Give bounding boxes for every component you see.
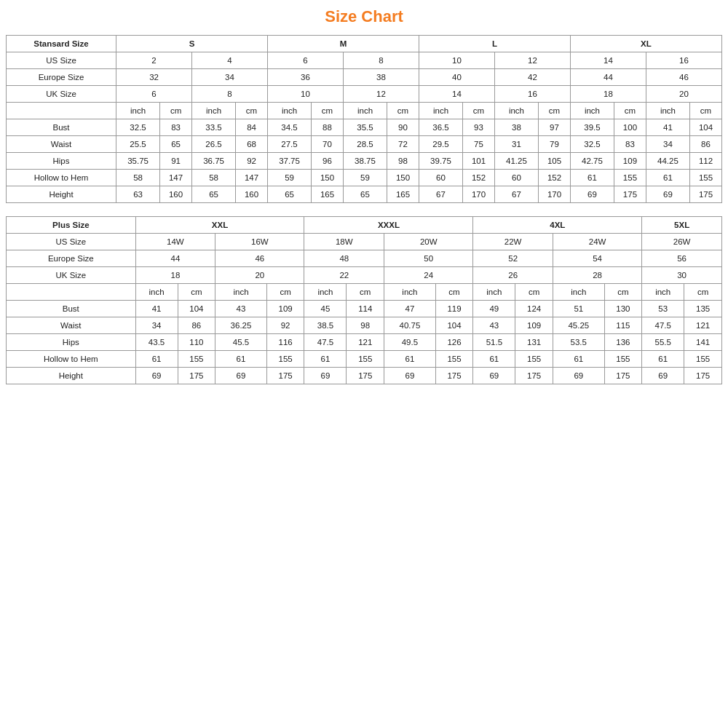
p-uk-6: 30 [642,267,722,284]
p-us-2: 18W [304,234,384,250]
p-unit-13: cm [684,284,722,301]
waist-1: 65 [160,136,192,153]
eu-xl1: 44 [570,69,646,86]
p-uk-5: 28 [553,267,641,284]
h2h-14: 61 [646,170,689,186]
hips-0: 35.75 [116,153,160,170]
hips-label: Hips [7,153,116,170]
h2h-13: 155 [614,170,646,186]
p-ht-6: 69 [384,368,436,384]
p-bust-2: 43 [215,301,267,317]
p-ht-0: 69 [135,368,178,384]
ht-12: 69 [570,186,614,203]
p-bust-1: 104 [178,301,215,317]
plus-waist-label: Waist [7,317,136,334]
p-unit-2: inch [215,284,267,301]
p-waist-13: 121 [684,317,722,334]
p-ht-3: 175 [266,368,304,384]
p-bust-0: 41 [135,301,178,317]
t1-unit-10: inch [494,103,538,119]
ht-7: 165 [387,186,419,203]
p-bust-3: 109 [266,301,304,317]
p-eu-3: 50 [384,250,473,267]
m-header: M [268,36,419,52]
eu-s2: 34 [192,69,268,86]
bust-6: 35.5 [343,119,387,136]
bust-13: 100 [614,119,646,136]
p-unit-4: inch [304,284,347,301]
waist-15: 86 [689,136,721,153]
p-unit-6: inch [384,284,436,301]
p-ht-8: 69 [473,368,515,384]
t1-unit-11: cm [539,103,571,119]
5xl-header: 5XL [642,217,722,234]
us-s1: 2 [116,52,192,69]
ht-2: 65 [192,186,236,203]
p-bust-10: 51 [553,301,604,317]
waist-10: 31 [494,136,538,153]
p-waist-9: 109 [515,317,553,334]
t1-unit-0: inch [116,103,160,119]
p-waist-8: 43 [473,317,515,334]
t1-unit-14: inch [646,103,689,119]
eu-s1: 32 [116,69,192,86]
p-hips-7: 126 [435,334,473,351]
bust-3: 84 [236,119,268,136]
h2h-1: 147 [160,170,192,186]
hips-12: 42.75 [570,153,614,170]
bust-7: 90 [387,119,419,136]
plus-bust-label: Bust [7,301,136,317]
hips-13: 109 [614,153,646,170]
p-h2h-2: 61 [215,351,267,368]
p-hips-11: 136 [604,334,642,351]
p-ht-2: 69 [215,368,267,384]
l-header: L [419,36,570,52]
ht-1: 160 [160,186,192,203]
eu-m2: 38 [343,69,419,86]
hips-2: 36.75 [192,153,236,170]
h2h-9: 152 [463,170,495,186]
waist-4: 27.5 [268,136,312,153]
hips-15: 112 [689,153,721,170]
bust-10: 38 [494,119,538,136]
ht-10: 67 [494,186,538,203]
uk-xl2: 20 [646,86,721,103]
t1-unit-1: cm [160,103,192,119]
us-xl2: 16 [646,52,721,69]
p-us-3: 20W [384,234,473,250]
eu-m1: 36 [268,69,344,86]
us-size-label: US Size [7,52,116,69]
t1-unit-9: cm [463,103,495,119]
p-h2h-3: 155 [266,351,304,368]
h2h-8: 60 [419,170,462,186]
p-bust-4: 45 [304,301,347,317]
p-waist-10: 45.25 [553,317,604,334]
ht-5: 165 [312,186,344,203]
plus-size-label: Plus Size [7,217,136,234]
bust-8: 36.5 [419,119,462,136]
t1-unit-13: cm [614,103,646,119]
uk-m1: 10 [268,86,344,103]
us-l1: 10 [419,52,494,69]
p-h2h-11: 155 [604,351,642,368]
p-h2h-13: 155 [684,351,722,368]
h2h-0: 58 [116,170,160,186]
waist-label: Waist [7,136,116,153]
p-eu-0: 44 [135,250,215,267]
ht-8: 67 [419,186,462,203]
plus-hips-label: Hips [7,334,136,351]
p-unit-9: cm [515,284,553,301]
p-us-5: 24W [553,234,641,250]
t1-unit-7: cm [387,103,419,119]
h2h-6: 59 [343,170,387,186]
p-waist-0: 34 [135,317,178,334]
bust-11: 97 [539,119,571,136]
xxl-header: XXL [135,217,304,234]
p-ht-9: 175 [515,368,553,384]
uk-s1: 6 [116,86,192,103]
bust-14: 41 [646,119,689,136]
waist-9: 75 [463,136,495,153]
europe-size-label: Europe Size [7,69,116,86]
us-l2: 12 [494,52,570,69]
p-us-6: 26W [642,234,722,250]
